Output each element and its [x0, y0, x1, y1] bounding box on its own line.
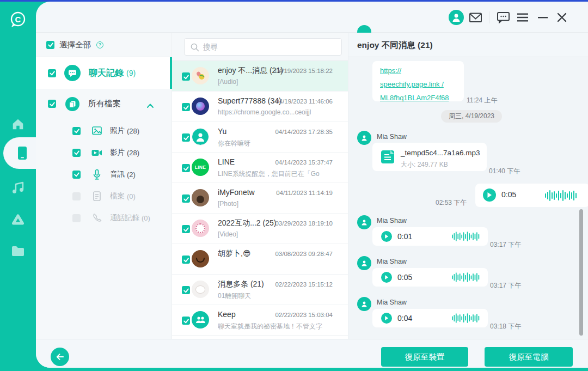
videos-checkbox[interactable] [72, 149, 81, 157]
titlebar-divider [489, 11, 489, 23]
nav-item-chat-history[interactable]: 聊天記錄 (9) [36, 57, 171, 89]
sidebar-item-folder[interactable] [0, 240, 36, 262]
item-subtitle: [Audio] [218, 78, 238, 86]
list-item-line[interactable]: LINE LINE 04/14/2023 15:37:47 LINE系統提醒您，… [172, 153, 348, 183]
message-link[interactable]: https:// [380, 64, 456, 77]
minimize-button[interactable] [535, 10, 550, 25]
list-item-carrot[interactable]: 胡萝卜,😎 03/08/2023 09:28:47 [172, 244, 348, 275]
sidebar-item-music[interactable] [0, 177, 36, 199]
menu-icon [517, 13, 529, 22]
feedback-icon [497, 11, 510, 24]
item-title: Keep [218, 310, 236, 319]
audio-label: 音訊 [110, 169, 125, 179]
music-icon [10, 180, 26, 196]
item-checkbox[interactable] [182, 317, 190, 325]
nav-item-all-files[interactable]: 所有檔案 [36, 89, 171, 119]
nav-subitem-call-history[interactable]: 通話記錄 (0) [36, 207, 171, 229]
item-checkbox[interactable] [182, 103, 190, 111]
photos-checkbox[interactable] [72, 127, 81, 135]
item-title: Yu [218, 127, 226, 136]
all-files-checkbox[interactable] [48, 100, 56, 108]
search-input[interactable] [203, 39, 338, 55]
folder-icon [10, 245, 26, 258]
item-checkbox[interactable] [182, 194, 190, 203]
play-button[interactable] [381, 272, 392, 283]
chat-history-label: 聊天記錄 [89, 68, 124, 79]
list-item-yu[interactable]: Yu 04/14/2023 17:28:35 你在幹嘛呀 [172, 122, 348, 153]
back-button[interactable] [51, 348, 69, 366]
item-title: 胡萝卜,😎 [218, 249, 250, 259]
item-subtitle: [Photo] [218, 200, 238, 208]
sender-avatar [357, 297, 371, 311]
message-time: 03:17 下午 [490, 281, 521, 290]
call-history-checkbox[interactable] [72, 214, 81, 222]
nav-subitem-photos[interactable]: 照片 (28) [36, 120, 171, 142]
audio-message-bubble[interactable]: 0:04 [372, 309, 488, 327]
play-button[interactable] [381, 231, 392, 242]
account-button[interactable] [449, 10, 464, 25]
main-content: 選擇全部 聊天記錄 (9) 所有檔案 [36, 2, 588, 368]
sender-name: Mia Shaw [377, 258, 407, 265]
close-button[interactable] [554, 10, 569, 25]
sender-name: Mia Shaw [377, 133, 407, 141]
nav-subitem-audio[interactable]: 音訊 (2) [36, 163, 171, 185]
list-item-2022[interactable]: 2022互动...2 (25) 03/29/2023 18:19:10 [Vid… [172, 214, 348, 244]
item-checkbox[interactable] [182, 256, 190, 264]
message-time: 03:18 下午 [490, 322, 521, 331]
select-all-row[interactable]: 選擇全部 [36, 33, 171, 57]
link-message-bubble[interactable]: https:// speechify.page.link / ML8fhq1BL… [372, 61, 464, 101]
video-icon [91, 147, 102, 159]
item-datetime: 02/22/2023 15:03:04 [275, 312, 333, 318]
list-item-imyfonetw[interactable]: iMyFonetw 04/11/2023 11:14:19 [Photo] [172, 183, 348, 214]
chevron-up-icon[interactable] [146, 101, 154, 111]
item-checkbox[interactable] [182, 72, 190, 81]
help-icon[interactable] [96, 41, 103, 48]
play-button[interactable] [483, 188, 496, 202]
videos-count: (28) [127, 149, 139, 157]
svg-text:C: C [15, 15, 21, 24]
audio-message-bubble[interactable]: 0:05 [372, 268, 488, 287]
item-subtitle: LINE系統提醒您，您目前已在「Go [218, 169, 320, 179]
files-checkbox[interactable] [72, 192, 81, 200]
restore-to-pc-button[interactable]: 復原至電腦 [485, 347, 573, 367]
line-logo-text: LINE [195, 165, 206, 170]
item-datetime: 04/19/2023 15:18:22 [275, 68, 333, 74]
item-subtitle: [Video] [218, 230, 238, 238]
sidebar-item-device[interactable] [3, 137, 36, 169]
play-button[interactable] [381, 313, 392, 324]
chat-history-checkbox[interactable] [48, 69, 56, 77]
avatar [192, 250, 209, 267]
list-item-multi-message[interactable]: 消息多条 (21) 02/22/2023 15:15:12 01離開聊天 [172, 275, 348, 305]
nav-subitem-videos[interactable]: 影片 (28) [36, 142, 171, 163]
list-item-keep[interactable]: Keep 02/22/2023 15:03:04 聊天室就是我的祕密基地！不管文… [172, 305, 348, 336]
message-link[interactable]: speechify.page.link / [380, 77, 456, 91]
avatar [192, 220, 209, 237]
chat-bubble-icon [64, 65, 81, 81]
feedback-button[interactable] [495, 10, 511, 25]
item-checkbox[interactable] [182, 225, 190, 233]
item-checkbox[interactable] [182, 286, 190, 294]
nav-subitem-files[interactable]: 檔案 (0) [36, 185, 171, 207]
audio-checkbox[interactable] [72, 171, 81, 179]
menu-button[interactable] [515, 10, 530, 25]
item-checkbox[interactable] [182, 164, 190, 172]
keep-logo-avatar [192, 311, 209, 329]
scrollbar[interactable] [579, 209, 583, 336]
message-link[interactable]: ML8fhq1BLAm2F4f68 [380, 91, 456, 105]
item-datetime: 04/19/2023 11:46:06 [275, 98, 333, 105]
audio-file-icon [380, 149, 395, 165]
list-item-enjoy[interactable]: enjoy 不...消息 (21) 04/19/2023 15:18:22 [A… [172, 61, 348, 92]
item-datetime: 02/22/2023 15:15:12 [275, 281, 333, 288]
person-icon [360, 300, 369, 308]
file-message-bubble[interactable]: _tempd5c4...7a1a6.mp3 大小: 249.77 KB [372, 143, 487, 171]
item-checkbox[interactable] [182, 133, 190, 142]
sidebar-item-drive[interactable] [0, 209, 36, 230]
restore-to-device-button[interactable]: 復原至裝置 [381, 347, 468, 367]
audio-message-bubble[interactable]: 0:01 [372, 227, 488, 246]
mail-button[interactable] [468, 10, 483, 25]
sidebar-item-home[interactable] [0, 113, 36, 135]
search-box[interactable] [184, 38, 342, 56]
list-item-supert[interactable]: Supert777888 (34) 04/19/2023 11:46:06 ht… [172, 92, 348, 122]
audio-message-bubble-outgoing[interactable]: 0:05 [475, 184, 588, 207]
select-all-checkbox[interactable] [46, 41, 54, 49]
